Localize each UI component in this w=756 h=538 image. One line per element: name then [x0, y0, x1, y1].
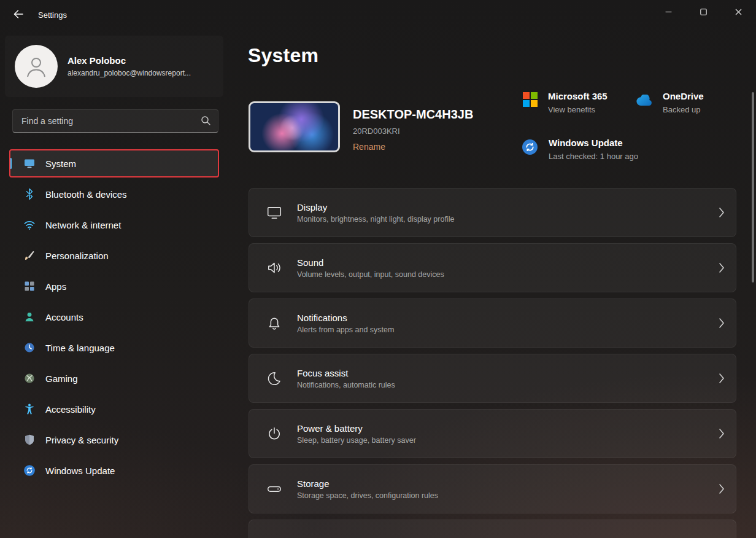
sidebar-item-privacy-security[interactable]: Privacy & security — [10, 426, 218, 453]
maximize-button[interactable] — [686, 0, 721, 25]
sidebar-item-label: Apps — [45, 281, 66, 292]
sidebar-item-time-language[interactable]: Time & language — [10, 334, 218, 361]
annotation-highlight-box — [9, 149, 219, 177]
sidebar-item-apps[interactable]: Apps — [10, 273, 218, 300]
rename-link[interactable]: Rename — [353, 142, 385, 152]
bluetooth-icon — [23, 188, 36, 200]
chevron-right-icon — [719, 207, 725, 218]
sidebar-item-network-internet[interactable]: Network & internet — [10, 211, 218, 238]
settings-card-notifications[interactable]: Notifications Alerts from apps and syste… — [249, 298, 736, 348]
sidebar-item-personalization[interactable]: Personalization — [10, 242, 218, 269]
sidebar-item-gaming[interactable]: Gaming — [10, 365, 218, 392]
time-language-icon — [23, 341, 36, 354]
back-arrow-icon — [14, 10, 23, 20]
sidebar-item-label: Windows Update — [45, 466, 115, 476]
sidebar-item-windows-update[interactable]: Windows Update — [10, 457, 218, 484]
sidebar-item-accounts[interactable]: Accounts — [10, 303, 218, 330]
card-subtitle: Sleep, battery usage, battery saver — [297, 436, 719, 445]
card-subtitle: Notifications, automatic rules — [297, 381, 719, 389]
system-icon — [23, 157, 36, 170]
focus-assist-icon — [266, 370, 282, 386]
sidebar-item-label: Time & language — [45, 343, 115, 353]
minimize-icon — [665, 8, 672, 17]
card-subtitle: Monitors, brightness, night light, displ… — [297, 215, 719, 224]
scrollbar[interactable] — [752, 92, 754, 283]
chevron-right-icon — [719, 318, 725, 329]
chevron-right-icon — [719, 483, 725, 494]
card-title: Display — [297, 202, 719, 212]
window-title: Settings — [38, 10, 67, 20]
page-title: System — [248, 44, 318, 67]
status-subtitle: Last checked: 1 hour ago — [549, 152, 638, 161]
sidebar-item-label: Bluetooth & devices — [45, 189, 127, 200]
microsoft-365-icon — [523, 92, 538, 107]
window-titlebar: Settings — [0, 0, 756, 29]
sound-icon — [266, 260, 282, 276]
apps-icon — [23, 280, 36, 292]
sidebar-item-system[interactable]: System — [10, 150, 218, 177]
sidebar-item-label: Privacy & security — [45, 435, 118, 445]
settings-card-sound[interactable]: Sound Volume levels, output, input, soun… — [249, 243, 736, 292]
close-button[interactable] — [721, 0, 756, 25]
network-icon — [23, 219, 36, 231]
sidebar-item-label: Gaming — [45, 373, 78, 384]
minimize-button[interactable] — [651, 0, 686, 25]
sidebar-item-label: Accessibility — [45, 404, 96, 415]
status-title: OneDrive — [663, 91, 704, 101]
status-title: Microsoft 365 — [548, 91, 608, 101]
sidebar-item-label: Accounts — [45, 312, 83, 322]
card-subtitle: Storage space, drives, configuration rul… — [297, 491, 719, 500]
chevron-right-icon — [719, 373, 725, 384]
settings-card-power-battery[interactable]: Power & battery Sleep, battery usage, ba… — [249, 409, 736, 458]
accounts-icon — [23, 311, 36, 323]
search-box — [12, 109, 218, 133]
accent-pill — [10, 158, 12, 169]
status-title: Windows Update — [549, 138, 638, 148]
status-microsoft-365[interactable]: Microsoft 365 View benefits — [523, 91, 608, 114]
onedrive-icon — [634, 95, 652, 114]
windows-update-icon — [522, 139, 538, 161]
privacy-security-icon — [23, 434, 36, 446]
card-subtitle: Volume levels, output, input, sound devi… — [297, 270, 719, 279]
back-button[interactable] — [7, 4, 29, 25]
status-onedrive[interactable]: OneDrive Backed up — [634, 91, 704, 114]
profile-card[interactable]: Alex Poloboc alexandru_poloboc@windowsre… — [5, 36, 223, 97]
card-title: Power & battery — [297, 423, 719, 434]
device-model: 20RD003KRI — [353, 127, 400, 136]
card-title: Sound — [297, 257, 719, 268]
card-subtitle: Alerts from apps and system — [297, 326, 719, 334]
status-subtitle: Backed up — [663, 105, 704, 114]
status-subtitle[interactable]: View benefits — [548, 105, 608, 114]
sidebar-item-label: System — [45, 158, 76, 169]
sidebar-item-label: Personalization — [45, 251, 109, 261]
gaming-icon — [23, 372, 36, 384]
maximize-icon — [700, 8, 707, 17]
accessibility-icon — [23, 403, 36, 415]
avatar — [15, 45, 58, 88]
sidebar-item-label: Network & internet — [45, 220, 121, 230]
power-battery-icon — [266, 426, 282, 442]
search-icon — [200, 115, 211, 128]
profile-name: Alex Poloboc — [68, 55, 191, 66]
display-icon — [266, 205, 282, 220]
settings-card-nearby-sharing[interactable]: Nearby sharing — [249, 520, 736, 538]
device-name: DESKTOP-MC4H3JB — [353, 107, 473, 122]
settings-card-display[interactable]: Display Monitors, brightness, night ligh… — [249, 188, 736, 237]
card-title: Focus assist — [297, 368, 719, 378]
sidebar-nav: System Bluetooth & devices Network & int… — [0, 150, 228, 484]
window-controls — [651, 0, 756, 25]
storage-icon — [266, 481, 282, 497]
device-thumbnail — [249, 101, 340, 152]
status-windows-update[interactable]: Windows Update Last checked: 1 hour ago — [522, 138, 638, 161]
chevron-right-icon — [719, 262, 725, 273]
sidebar-item-accessibility[interactable]: Accessibility — [10, 396, 218, 423]
close-icon — [735, 8, 742, 17]
sidebar-item-bluetooth-devices[interactable]: Bluetooth & devices — [10, 181, 218, 208]
personalization-icon — [23, 249, 36, 262]
windows-update-icon — [23, 464, 36, 477]
chevron-right-icon — [719, 428, 725, 439]
settings-card-storage[interactable]: Storage Storage space, drives, configura… — [249, 464, 736, 513]
search-input[interactable] — [12, 109, 218, 133]
card-title: Storage — [297, 478, 719, 489]
settings-card-focus-assist[interactable]: Focus assist Notifications, automatic ru… — [249, 354, 736, 403]
